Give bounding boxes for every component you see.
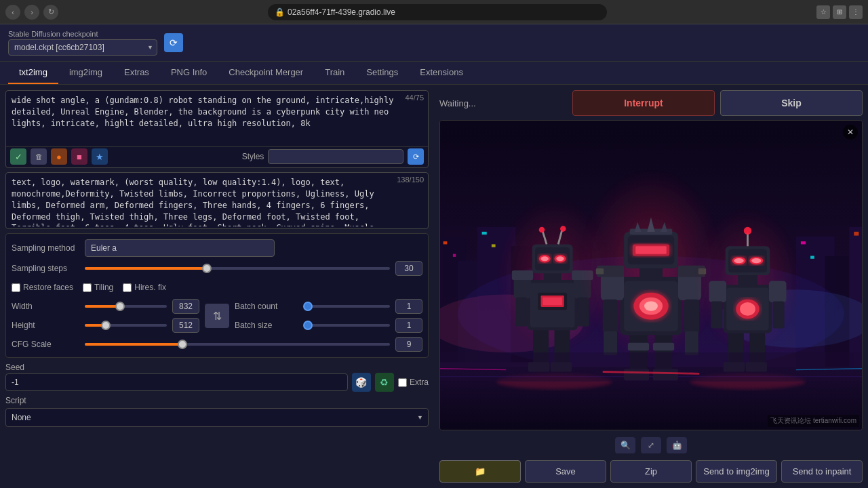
- cfg-scale-slider[interactable]: [85, 340, 390, 349]
- folder-button[interactable]: 📁: [439, 460, 521, 483]
- model-select-wrapper: Stable Diffusion checkpoint model.ckpt […: [8, 30, 157, 56]
- svg-rect-57: [512, 270, 533, 280]
- top-bar: Stable Diffusion checkpoint model.ckpt […: [0, 24, 868, 62]
- script-select[interactable]: None: [5, 408, 429, 427]
- svg-rect-73: [603, 300, 618, 333]
- svg-rect-88: [596, 268, 604, 274]
- bookmark-icon[interactable]: ☆: [816, 5, 830, 19]
- tab-extensions[interactable]: Extensions: [409, 62, 474, 84]
- restore-faces-checkbox[interactable]: Restore faces: [12, 283, 73, 292]
- browser-chrome: ‹ › ↻ 🔒 02a56ff4-71ff-439e.gradio.live ☆…: [0, 0, 868, 24]
- negative-prompt-container: 138/150: [5, 172, 429, 229]
- batch-count-label: Batch count: [235, 302, 302, 311]
- sampling-steps-row: Sampling steps 30: [12, 261, 422, 276]
- star-button[interactable]: ★: [92, 148, 108, 165]
- batch-count-slider[interactable]: [308, 302, 390, 311]
- skip-button[interactable]: Skip: [720, 90, 863, 116]
- tab-txt2img[interactable]: txt2img: [8, 62, 58, 84]
- styles-input[interactable]: [268, 149, 403, 164]
- seed-recycle-button[interactable]: ♻: [375, 373, 394, 392]
- swap-dimensions-button[interactable]: ⇅: [205, 304, 229, 328]
- svg-rect-17: [453, 254, 456, 257]
- svg-rect-76: [685, 331, 698, 356]
- svg-rect-16: [443, 241, 448, 244]
- tab-checkpoint-merger[interactable]: Checkpoint Merger: [218, 62, 314, 84]
- seed-extra-checkbox[interactable]: Extra: [398, 378, 429, 387]
- tabs-bar: txt2img img2img Extras PNG Info Checkpoi…: [0, 62, 868, 85]
- app-container: Stable Diffusion checkpoint model.ckpt […: [0, 24, 868, 488]
- trash-button[interactable]: 🗑: [31, 148, 47, 165]
- back-button[interactable]: ‹: [5, 5, 20, 20]
- svg-rect-18: [482, 232, 487, 235]
- send-to-img2img-button[interactable]: Send to img2img: [696, 460, 777, 483]
- tab-settings[interactable]: Settings: [355, 62, 409, 84]
- height-value[interactable]: 512: [172, 318, 199, 333]
- svg-rect-102: [773, 301, 785, 328]
- image-expand-button[interactable]: ⤢: [641, 437, 661, 453]
- menu-icon[interactable]: ⋮: [849, 5, 863, 19]
- svg-rect-112: [440, 352, 862, 382]
- bottom-actions: 📁 Save Zip Send to img2img Send to inpai…: [439, 460, 863, 483]
- tab-png-info[interactable]: PNG Info: [160, 62, 218, 84]
- negative-prompt-counter: 138/150: [397, 176, 424, 184]
- forward-button[interactable]: ›: [24, 5, 39, 20]
- svg-point-98: [740, 302, 755, 316]
- model-label: Stable Diffusion checkpoint: [8, 30, 157, 38]
- browser-icons: ☆ ⊞ ⋮: [816, 5, 863, 19]
- seed-row: Seed 🎲 ♻ Extra: [5, 362, 429, 392]
- styles-apply-button[interactable]: ⟳: [408, 148, 424, 165]
- batch-count-row: Batch count 1: [235, 299, 422, 314]
- image-zoom-button[interactable]: 🔍: [615, 437, 635, 453]
- cfg-scale-label: CFG Scale: [12, 340, 79, 349]
- red-dot-button[interactable]: ●: [51, 148, 67, 165]
- svg-rect-101: [711, 301, 722, 328]
- send-to-inpaint-button[interactable]: Send to inpaint: [781, 460, 863, 483]
- hires-fix-checkbox[interactable]: Hires. fix: [123, 283, 166, 292]
- positive-prompt-input[interactable]: [6, 91, 428, 144]
- tab-img2img[interactable]: img2img: [58, 62, 113, 84]
- zip-button[interactable]: Zip: [610, 460, 692, 483]
- sampling-method-row: Sampling method Euler a: [12, 239, 422, 257]
- model-refresh-button[interactable]: ⟳: [164, 33, 183, 52]
- negative-prompt-input[interactable]: [6, 173, 428, 226]
- batch-count-value[interactable]: 1: [395, 299, 422, 314]
- sampling-method-label: Sampling method: [12, 243, 79, 253]
- interrupt-button[interactable]: Interrupt: [572, 90, 715, 116]
- width-slider[interactable]: [85, 302, 167, 311]
- height-slider[interactable]: [85, 321, 167, 330]
- cfg-scale-value[interactable]: 9: [395, 337, 422, 352]
- svg-rect-22: [854, 232, 859, 236]
- cfg-scale-row: CFG Scale 9: [12, 337, 422, 352]
- extension-icon[interactable]: ⊞: [833, 5, 846, 19]
- height-row: Height 512: [12, 318, 199, 333]
- sampling-steps-slider[interactable]: [85, 264, 390, 273]
- svg-rect-99: [709, 281, 727, 302]
- script-label: Script: [5, 396, 429, 405]
- seed-input[interactable]: [5, 373, 348, 391]
- batch-size-slider[interactable]: [308, 321, 390, 330]
- square-button[interactable]: ■: [71, 148, 87, 165]
- tiling-checkbox[interactable]: Tiling: [83, 283, 113, 292]
- sampling-method-select[interactable]: Euler a: [85, 239, 275, 257]
- seed-label: Seed: [5, 363, 348, 372]
- positive-prompt-counter: 44/75: [405, 94, 424, 102]
- image-toolbar: 🔍 ⤢ 🤖: [439, 434, 863, 456]
- check-button[interactable]: ✓: [10, 148, 26, 165]
- sampling-steps-value[interactable]: 30: [395, 261, 422, 276]
- tab-extras[interactable]: Extras: [113, 62, 160, 84]
- width-value[interactable]: 832: [172, 299, 199, 314]
- save-button[interactable]: Save: [525, 460, 606, 483]
- svg-point-108: [734, 258, 744, 263]
- model-select[interactable]: model.ckpt [cc6cb27103]: [8, 39, 157, 56]
- tab-train[interactable]: Train: [314, 62, 355, 84]
- svg-rect-44: [516, 298, 528, 327]
- refresh-button[interactable]: ↻: [43, 5, 58, 20]
- batch-size-label: Batch size: [235, 321, 302, 330]
- seed-dice-button[interactable]: 🎲: [352, 373, 371, 392]
- svg-point-54: [539, 227, 545, 233]
- batch-size-value[interactable]: 1: [395, 318, 422, 333]
- main-layout: 44/75 ✓ 🗑 ● ■ ★ Styles ⟳ 138/150: [0, 85, 868, 488]
- size-batch-grid: Width 832 Height: [12, 299, 422, 333]
- image-close-button[interactable]: ✕: [843, 125, 858, 140]
- url-bar[interactable]: 🔒 02a56ff4-71ff-439e.gradio.live: [268, 4, 607, 20]
